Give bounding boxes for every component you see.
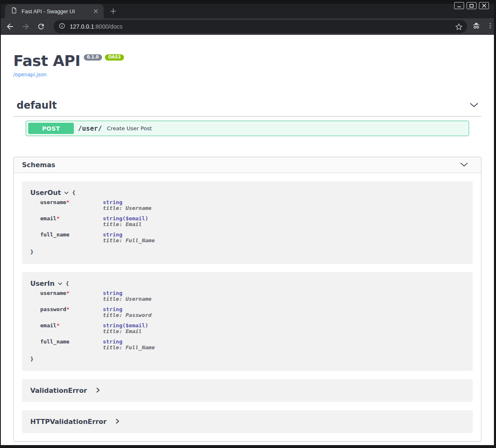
- prop-title: title: Username: [103, 296, 151, 302]
- chevron-down-icon[interactable]: [64, 191, 69, 195]
- prop-title: title: Username: [103, 205, 151, 211]
- open-brace: {: [72, 190, 75, 196]
- prop-name: password: [40, 306, 66, 312]
- reload-icon[interactable]: [35, 20, 48, 33]
- schema-prop-row: email* string($email) title: Email: [40, 214, 464, 231]
- close-window-icon[interactable]: [479, 2, 489, 9]
- schema-prop-row: full_name string title: Full_Name: [40, 231, 464, 247]
- new-tab-icon[interactable]: [109, 7, 118, 16]
- model-title[interactable]: UserIn: [30, 280, 55, 287]
- required-marker: *: [66, 290, 70, 296]
- prop-title: title: Email: [103, 329, 148, 334]
- version-badge: 0.1.0: [84, 54, 102, 61]
- schemas-title: Schemas: [22, 161, 55, 169]
- prop-type: string: [103, 339, 155, 345]
- tag-section-default: default POST /user/ Create User Post: [13, 100, 481, 136]
- api-info: Fast API 0.1.0 OAS3 /openapi.json: [13, 54, 481, 78]
- star-icon[interactable]: [455, 23, 463, 31]
- prop-title: title: Password: [103, 312, 151, 318]
- minimize-icon[interactable]: [454, 2, 464, 9]
- back-icon[interactable]: [3, 20, 17, 33]
- model-title: ValidationError: [30, 387, 87, 394]
- close-icon[interactable]: [92, 7, 100, 15]
- model-validationerror[interactable]: ValidationError: [22, 379, 473, 402]
- chevron-down-icon[interactable]: [460, 161, 469, 169]
- prop-name: email: [40, 322, 56, 329]
- required-marker: *: [66, 199, 70, 205]
- address-bar[interactable]: 127.0.0.1:8000/docs: [53, 20, 467, 33]
- maximize-icon[interactable]: [467, 2, 477, 9]
- post-method-button[interactable]: POST: [28, 123, 74, 134]
- prop-type: string: [103, 200, 151, 205]
- chevron-down-icon[interactable]: [58, 282, 63, 285]
- url-text[interactable]: 127.0.0.1:8000/docs: [70, 23, 455, 30]
- endpoint-path: /user/: [78, 124, 102, 132]
- prop-name: full_name: [40, 338, 69, 345]
- forward-icon[interactable]: [19, 20, 32, 33]
- browser-toolbar: 127.0.0.1:8000/docs: [1, 18, 494, 35]
- openapi-json-link[interactable]: /openapi.json: [13, 72, 47, 78]
- tag-header[interactable]: default: [13, 100, 481, 117]
- prop-type: string: [103, 232, 155, 238]
- open-brace: {: [66, 280, 69, 287]
- prop-name: username: [40, 290, 66, 296]
- prop-name: full_name: [40, 231, 69, 238]
- prop-type: string($email): [103, 323, 148, 329]
- prop-type: string: [103, 290, 151, 296]
- close-brace: }: [30, 249, 34, 255]
- prop-type: string($email): [103, 216, 148, 222]
- toolbar-right: [472, 22, 494, 32]
- tab-strip: Fast API - Swagger UI: [1, 0, 494, 18]
- url-host: 127.0.0.1: [70, 23, 94, 30]
- prop-name: email: [40, 215, 56, 222]
- required-marker: *: [56, 215, 60, 222]
- browser-tab[interactable]: Fast API - Swagger UI: [5, 4, 104, 18]
- schema-prop-row: full_name string title: Full_Name: [40, 338, 464, 354]
- oas3-badge: OAS3: [105, 54, 124, 61]
- swagger-page: Fast API 0.1.0 OAS3 /openapi.json defaul…: [1, 35, 494, 445]
- page-title: Fast API: [13, 54, 80, 68]
- required-marker: *: [56, 322, 60, 329]
- chevron-right-icon[interactable]: [116, 418, 119, 426]
- schemas-section: Schemas UserOut {: [13, 157, 481, 442]
- model-title: HTTPValidationError: [30, 418, 107, 426]
- prop-type: string: [103, 307, 151, 312]
- schema-prop-row: password* string title: Password: [40, 305, 464, 321]
- schemas-body: UserOut { username* string title: Userna…: [14, 173, 481, 441]
- model-userin: UserIn { username* string title: Usernam…: [22, 272, 473, 371]
- prop-title: title: Full_Name: [103, 238, 155, 243]
- incognito-icon: [472, 22, 481, 32]
- prop-title: title: Email: [103, 222, 148, 227]
- url-path: :8000/docs: [94, 23, 123, 30]
- tab-title: Fast API - Swagger UI: [22, 8, 90, 15]
- document-icon: [11, 7, 17, 15]
- model-userout: UserOut { username* string title: Userna…: [22, 181, 473, 264]
- schemas-header[interactable]: Schemas: [14, 157, 481, 173]
- menu-icon[interactable]: [486, 22, 494, 31]
- schema-prop-row: username* string title: Username: [40, 289, 464, 305]
- required-marker: *: [66, 306, 70, 312]
- window-controls: [454, 2, 489, 9]
- browser-window: Fast API - Swagger UI: [0, 0, 496, 448]
- prop-title: title: Full_Name: [103, 345, 155, 351]
- endpoint-summary: Create User Post: [107, 125, 152, 131]
- model-title[interactable]: UserOut: [30, 189, 61, 197]
- endpoint-post-user[interactable]: POST /user/ Create User Post: [26, 121, 469, 136]
- schema-prop-row: email* string($email) title: Email: [40, 321, 464, 338]
- model-httpvalidationerror[interactable]: HTTPValidationError: [22, 410, 473, 433]
- prop-name: username: [40, 199, 66, 205]
- schema-prop-row: username* string title: Username: [40, 198, 464, 214]
- tag-title: default: [17, 100, 57, 111]
- chevron-right-icon[interactable]: [96, 387, 100, 394]
- chevron-down-icon[interactable]: [469, 102, 479, 110]
- close-brace: }: [30, 356, 34, 362]
- info-icon[interactable]: [58, 22, 66, 31]
- browser-chrome: Fast API - Swagger UI: [1, 0, 494, 35]
